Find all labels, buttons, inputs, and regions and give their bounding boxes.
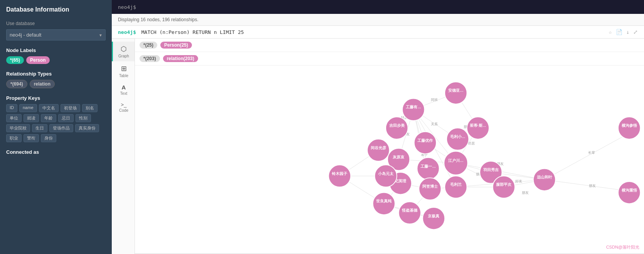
node-agasa[interactable] bbox=[419, 178, 441, 200]
tab-code[interactable]: >_ Code bbox=[112, 99, 135, 116]
graph-canvas: 同班 好友 关系 朋友 好友 朋友 亲子 邻居 朋友 朋友 好友 朋友 长辈 朋… bbox=[135, 66, 644, 253]
node-yokomizo1-label: 横沟参悟 bbox=[621, 123, 637, 128]
node-labels-badges: *(65) Person bbox=[6, 56, 106, 64]
svg-text:关系: 关系 bbox=[431, 122, 438, 126]
prop-name[interactable]: name bbox=[19, 104, 37, 112]
table-icon: ⊞ bbox=[121, 64, 127, 73]
node-mouri-label: 毛利小… bbox=[450, 135, 466, 139]
node-genta[interactable] bbox=[375, 165, 397, 187]
node-sera[interactable] bbox=[373, 193, 395, 215]
top-bar-text: neo4j$ bbox=[118, 4, 136, 10]
node-kudouichi[interactable] bbox=[417, 158, 439, 180]
result-tag-all-203[interactable]: *(203) bbox=[140, 55, 160, 62]
tab-text[interactable]: A Text bbox=[112, 81, 135, 99]
node-mouriran-label: 毛利兰 bbox=[450, 182, 462, 187]
prop-alias[interactable]: 别名 bbox=[82, 104, 98, 112]
graph-svg: 同班 好友 关系 朋友 好友 朋友 亲子 邻居 朋友 朋友 好友 朋友 长辈 朋… bbox=[135, 66, 644, 253]
svg-text:好友: 好友 bbox=[515, 179, 522, 183]
node-sonoko-label: 铃木园子 bbox=[331, 172, 347, 176]
view-panel: ⬡ Graph ⊞ Table A Text >_ Code *(25) Per… bbox=[112, 39, 644, 254]
result-tag-all-25[interactable]: *(25) bbox=[140, 42, 157, 49]
node-mitsuhiko[interactable] bbox=[367, 139, 389, 161]
node-haibara-label: 灰原哀 bbox=[392, 155, 405, 159]
svg-text:朋友: 朋友 bbox=[522, 191, 529, 195]
tab-text-label: Text bbox=[120, 91, 127, 96]
top-bar: neo4j$ bbox=[112, 0, 644, 14]
node-hattori-label: 服部平次 bbox=[496, 182, 512, 187]
node-yoshida-label: 吉田步美 bbox=[389, 123, 405, 128]
prop-study[interactable]: 就读 bbox=[24, 114, 39, 122]
download-icon[interactable]: ↓ bbox=[626, 29, 629, 35]
node-yokomizo2-label: 横沟重悟 bbox=[621, 188, 637, 192]
result-tag-person-25[interactable]: Person(25) bbox=[160, 42, 192, 49]
node-haneda-label: 羽田秀吉 bbox=[483, 168, 499, 172]
node-sera-label: 世良真纯 bbox=[376, 199, 392, 203]
node-yoshida[interactable] bbox=[386, 117, 408, 139]
tag-row-2: *(203) relation(203) bbox=[135, 52, 644, 66]
sidebar-title: Database Information bbox=[6, 6, 106, 13]
tag-row-1: *(25) Person(25) bbox=[135, 39, 644, 52]
graph-nodes[interactable]: 安德亚… 工藤有… 吉田步美 茱蒂·斯… 毛利小… bbox=[329, 82, 641, 229]
prop-unit[interactable]: 单位 bbox=[6, 114, 22, 122]
node-labels-title: Node Labels bbox=[6, 47, 106, 53]
prop-gender[interactable]: 性别 bbox=[76, 114, 91, 122]
tab-table[interactable]: ⊞ Table bbox=[112, 61, 135, 81]
node-yokomizo2[interactable] bbox=[618, 182, 640, 204]
node-kyoukoku[interactable] bbox=[423, 207, 445, 229]
rel-type-all[interactable]: *(694) bbox=[6, 80, 27, 88]
query-bar: neo4j$ MATCH (n:Person) RETURN n LIMIT 2… bbox=[112, 26, 644, 39]
node-toyama-label: 远山和叶 bbox=[537, 175, 553, 179]
property-keys-grid: ID name 中文名 初登场 别名 单位 就读 年龄 忌日 性别 毕业院校 生… bbox=[6, 104, 106, 142]
use-database-label: Use database bbox=[6, 21, 106, 26]
text-icon: A bbox=[122, 84, 126, 91]
prop-works[interactable]: 登场作品 bbox=[49, 124, 73, 132]
prop-zhname[interactable]: 中文名 bbox=[39, 104, 59, 112]
svg-text:朋友: 朋友 bbox=[589, 184, 596, 188]
node-kudouyusaku-label: 工藤优作 bbox=[417, 138, 433, 143]
node-kudouichi-label: 工藤一… bbox=[420, 164, 436, 168]
prop-school[interactable]: 毕业院校 bbox=[6, 124, 30, 132]
node-mouri[interactable] bbox=[447, 128, 469, 150]
prop-firstapp[interactable]: 初登场 bbox=[61, 104, 80, 112]
tab-graph[interactable]: ⬡ Graph bbox=[112, 42, 135, 61]
result-tag-relation-203[interactable]: relation(203) bbox=[163, 55, 198, 62]
prop-rank[interactable]: 警衔 bbox=[24, 134, 39, 142]
prop-identity[interactable]: 身份 bbox=[41, 134, 56, 142]
expand-icon[interactable]: ⤢ bbox=[633, 29, 638, 35]
rel-type-relation[interactable]: relation bbox=[30, 80, 55, 88]
connected-as-title: Connected as bbox=[6, 149, 106, 155]
svg-text:长辈: 长辈 bbox=[588, 151, 595, 155]
result-area: *(25) Person(25) *(203) relation(203) bbox=[135, 39, 644, 254]
prop-realid[interactable]: 真实身份 bbox=[75, 124, 99, 132]
node-hattori[interactable] bbox=[493, 176, 515, 198]
node-sonoko[interactable] bbox=[329, 165, 351, 187]
database-select-wrapper[interactable]: neo4j - default bbox=[6, 29, 106, 40]
node-mouriran[interactable] bbox=[445, 176, 467, 198]
node-kid[interactable] bbox=[399, 202, 420, 224]
code-icon: >_ bbox=[121, 102, 127, 108]
prop-birthday[interactable]: 生日 bbox=[32, 124, 47, 132]
property-keys-title: Property Keys bbox=[6, 95, 106, 101]
node-kudou[interactable] bbox=[402, 99, 424, 121]
node-edogawa[interactable] bbox=[444, 151, 467, 175]
node-toyama[interactable] bbox=[533, 168, 555, 190]
svg-text:同班: 同班 bbox=[431, 98, 438, 102]
node-kudouyusaku[interactable] bbox=[414, 132, 436, 154]
star-icon[interactable]: ☆ bbox=[609, 29, 612, 35]
node-label-all[interactable]: *(65) bbox=[6, 56, 24, 64]
node-andya-label: 安德亚… bbox=[448, 88, 464, 93]
prop-job[interactable]: 职业 bbox=[6, 134, 22, 142]
prop-age[interactable]: 年龄 bbox=[41, 114, 56, 122]
node-yokomizo1[interactable] bbox=[618, 117, 640, 139]
node-agasa-label: 阿笠博士 bbox=[422, 184, 438, 188]
node-label-person[interactable]: Person bbox=[26, 56, 50, 64]
node-mitsuhiko-label: 间谷光彦 bbox=[371, 146, 386, 150]
save-icon[interactable]: 📄 bbox=[616, 29, 622, 35]
node-judy[interactable] bbox=[467, 117, 489, 139]
database-select[interactable]: neo4j - default bbox=[6, 29, 106, 40]
node-andya[interactable] bbox=[445, 82, 467, 104]
node-kyoukoku-label: 京极真 bbox=[428, 214, 439, 218]
prop-id[interactable]: ID bbox=[6, 104, 17, 112]
prop-death[interactable]: 忌日 bbox=[58, 114, 74, 122]
info-bar-top: Displaying 16 nodes, 196 relationships. bbox=[112, 14, 644, 26]
